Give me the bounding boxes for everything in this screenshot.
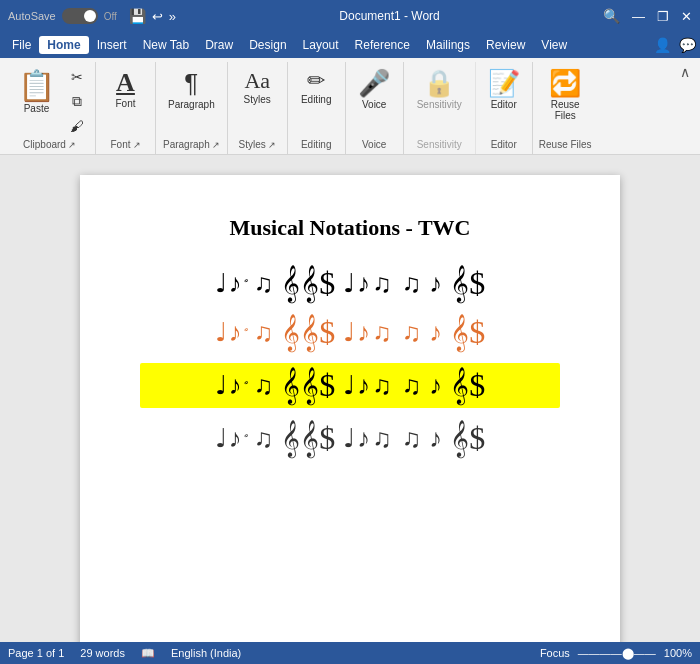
music-note-group-7: 𝄞$ [450, 265, 485, 302]
sensitivity-label: Sensitivity [417, 99, 462, 110]
ribbon-group-reuse: 🔁 ReuseFiles Reuse Files [533, 62, 598, 154]
music-note-last-6: ♪ [429, 424, 442, 454]
ribbon-group-editor: 📝 Editor Editor [476, 62, 533, 154]
ribbon-group-styles: Aa Styles Styles ↗ [228, 62, 288, 154]
styles-label: Styles [244, 94, 271, 105]
clipboard-expand-icon[interactable]: ↗ [68, 140, 76, 150]
font-buttons: A Font [105, 64, 147, 137]
font-button[interactable]: A Font [105, 64, 147, 113]
ribbon-collapse-button[interactable]: ∧ [674, 62, 696, 82]
menu-item-mailings[interactable]: Mailings [418, 36, 478, 54]
document-page[interactable]: Musical Notations - TWC ♩♪𝅗 ♫ 𝄞𝄞$ ♩♪♫ ♫ … [80, 175, 620, 644]
styles-expand-icon[interactable]: ↗ [268, 140, 276, 150]
music-note-orange-2: ♫ [254, 318, 274, 348]
music-note-last-3: 𝄞𝄞$ [281, 420, 335, 457]
menu-item-home[interactable]: Home [39, 36, 88, 54]
ribbon: 📋 Paste ✂ ⧉ 🖌 Clipboard ↗ A [0, 58, 700, 155]
clipboard-label: Clipboard ↗ [23, 139, 76, 152]
focus-label[interactable]: Focus [540, 647, 570, 659]
music-note-last-1: ♩♪𝅗 [215, 423, 246, 454]
editing-label: Editing [301, 94, 332, 105]
editor-label: Editor [491, 99, 517, 110]
copy-button[interactable]: ⧉ [65, 90, 89, 113]
music-note-group-4: ♩♪♫ [343, 268, 394, 299]
autosave-off-label: Off [104, 11, 117, 22]
editor-group-label: Editor [491, 139, 517, 152]
word-count: 29 words [80, 647, 125, 659]
undo-icon[interactable]: ↩ [152, 9, 163, 24]
title-bar-controls: 🔍 — ❐ ✕ [603, 8, 692, 24]
styles-button[interactable]: Aa Styles [236, 64, 278, 109]
status-bar: Page 1 of 1 29 words 📖 English (India) F… [0, 642, 700, 664]
editor-button[interactable]: 📝 Editor [482, 64, 526, 114]
editor-icon: 📝 [488, 68, 520, 99]
search-icon[interactable]: 🔍 [603, 8, 620, 24]
ribbon-account-icon[interactable]: 👤 [654, 37, 671, 53]
styles-icon: Aa [244, 68, 270, 94]
format-painter-icon: 🖌 [70, 118, 84, 134]
autosave-label: AutoSave [8, 10, 56, 22]
music-note-orange-7: 𝄞$ [450, 314, 485, 351]
voice-buttons: 🎤 Voice [352, 64, 396, 137]
music-note-orange-5: ♫ [402, 318, 422, 348]
format-painter-button[interactable]: 🖌 [65, 115, 89, 137]
music-note-highlight-1: ♩♪𝅗 [215, 370, 246, 401]
music-note-group-6: ♪ [429, 269, 442, 299]
editing-icon: ✏ [307, 68, 325, 94]
title-text: Document1 - Word [339, 9, 439, 23]
proofing-icon[interactable]: 📖 [141, 647, 155, 660]
music-note-last-2: ♫ [254, 424, 274, 454]
font-icon: A [116, 68, 135, 98]
redo-icon[interactable]: » [169, 9, 176, 24]
music-note-group-1: ♩♪𝅗 [215, 268, 246, 299]
menu-item-insert[interactable]: Insert [89, 36, 135, 54]
sensitivity-group-label: Sensitivity [417, 139, 462, 152]
reuse-files-button[interactable]: 🔁 ReuseFiles [543, 64, 587, 125]
paragraph-icon: ¶ [184, 68, 198, 99]
music-note-orange-3: 𝄞𝄞$ [281, 314, 335, 351]
close-button[interactable]: ✕ [681, 9, 692, 24]
menu-item-newtab[interactable]: New Tab [135, 36, 197, 54]
editing-button[interactable]: ✏ Editing [295, 64, 338, 109]
menu-item-design[interactable]: Design [241, 36, 294, 54]
music-row-4: ♩♪𝅗 ♫ 𝄞𝄞$ ♩♪♫ ♫ ♪ 𝄞$ [140, 420, 560, 457]
cut-button[interactable]: ✂ [65, 66, 89, 88]
title-bar-left: AutoSave Off 💾 ↩ » [8, 8, 176, 24]
menu-item-review[interactable]: Review [478, 36, 533, 54]
music-note-group-2: ♫ [254, 269, 274, 299]
reuse-label: ReuseFiles [551, 99, 580, 121]
language-label[interactable]: English (India) [171, 647, 241, 659]
paragraph-expand-icon[interactable]: ↗ [212, 140, 220, 150]
autosave-toggle[interactable] [62, 8, 98, 24]
music-note-last-5: ♫ [402, 424, 422, 454]
music-note-orange-4: ♩♪♫ [343, 317, 394, 348]
menu-item-reference[interactable]: Reference [347, 36, 418, 54]
music-note-orange-6: ♪ [429, 318, 442, 348]
ribbon-comment-icon[interactable]: 💬 [679, 37, 696, 53]
menu-item-draw[interactable]: Draw [197, 36, 241, 54]
music-row-1: ♩♪𝅗 ♫ 𝄞𝄞$ ♩♪♫ ♫ ♪ 𝄞$ [140, 265, 560, 302]
paste-button[interactable]: 📋 Paste [10, 64, 63, 118]
editor-buttons: 📝 Editor [482, 64, 526, 137]
paragraph-button[interactable]: ¶ Paragraph [162, 64, 221, 114]
document-title: Document1 - Word [339, 9, 439, 23]
minimize-button[interactable]: — [632, 9, 645, 24]
paragraph-label: Paragraph [168, 99, 215, 110]
menu-item-file[interactable]: File [4, 36, 39, 54]
ribbon-group-sensitivity: 🔒 Sensitivity Sensitivity [404, 62, 476, 154]
menu-item-layout[interactable]: Layout [295, 36, 347, 54]
dictate-button[interactable]: 🎤 Voice [352, 64, 396, 114]
menu-item-view[interactable]: View [533, 36, 575, 54]
maximize-button[interactable]: ❐ [657, 9, 669, 24]
document-title-text: Musical Notations - TWC [140, 215, 560, 241]
dictate-label: Voice [362, 99, 386, 110]
music-note-group-5: ♫ [402, 269, 422, 299]
save-icon[interactable]: 💾 [129, 8, 146, 24]
sensitivity-button[interactable]: 🔒 Sensitivity [411, 64, 468, 114]
clipboard-small-buttons: ✂ ⧉ 🖌 [65, 66, 89, 137]
zoom-slider[interactable]: ————⬤—— [578, 647, 656, 660]
cut-icon: ✂ [71, 69, 83, 85]
font-expand-icon[interactable]: ↗ [133, 140, 141, 150]
reuse-group-label: Reuse Files [539, 139, 592, 152]
music-note-highlight-7: 𝄞$ [450, 367, 485, 404]
